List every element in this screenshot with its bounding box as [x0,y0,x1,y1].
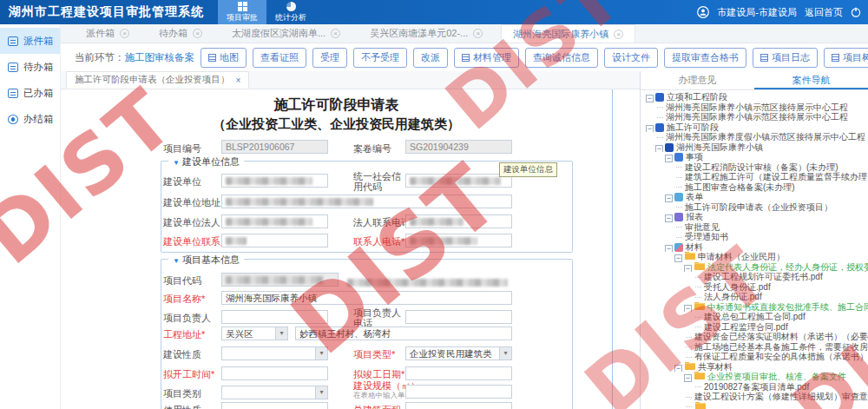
tree-node[interactable]: −申请材料（企业民用） [646,252,868,262]
project-tree-button[interactable]: 项目树 [824,48,868,68]
tab-case-navigation[interactable]: 案件导航 [754,71,868,89]
tree-node[interactable]: 受理通知书 [646,232,868,242]
tree-node[interactable]: −报表 [646,212,868,222]
form-subtab[interactable]: 施工许可阶段申请表（企业投资项目） × [66,71,249,89]
tree-node[interactable]: −法定代表人身份证，经办人身份证，授权委托书 [646,262,868,273]
tree-expander-icon[interactable]: − [665,195,673,202]
unit-input[interactable] [221,174,328,188]
start-date-input[interactable] [221,366,328,380]
legal-person-input[interactable] [221,214,328,228]
use-nature-input[interactable] [221,402,328,409]
tree-expander-icon[interactable]: − [665,155,673,162]
tree-node[interactable]: −表单 [646,192,868,202]
address-detail-input[interactable]: 妙西镇王村村、杨湾村 [295,327,512,340]
nav-project-approval[interactable]: 项目审批 [218,0,266,24]
tree-node[interactable]: 施工场地已经基本具备施工条件，需要征收房屋的，其进度符合 [646,342,868,353]
tree-expander-icon[interactable]: − [684,305,692,313]
tree-node[interactable] [646,402,868,409]
power-icon[interactable] [851,7,861,17]
tree-node[interactable]: 建设工程消防设计审核（备案）(未办理) [646,162,868,173]
extract-certificate-button[interactable]: 提取审查合格书 [664,48,746,68]
tree-expander-icon[interactable]: − [684,374,692,382]
tree-expander-icon[interactable]: − [684,265,692,273]
credit-code-input[interactable] [405,174,512,188]
construct-nature-select[interactable] [221,346,328,360]
tree-node[interactable]: 湖州海亮国际康养度假小镇示范区接待展示中心工程 [646,132,868,142]
accept-button[interactable]: 受理 [312,48,347,68]
tree-node[interactable]: −企业投资项目审批、核准、备案文件 [646,372,868,382]
sidebar-item-closed-box[interactable]: 办结箱 [0,106,60,132]
scale-input[interactable] [405,385,512,399]
tree-expander-icon[interactable]: − [646,95,654,102]
project-type-select[interactable]: 企业投资民用建筑类 [405,346,512,360]
unit-info-legend[interactable]: ▼建设单位信息 [168,155,244,168]
tree-node[interactable]: −材料 [646,242,868,253]
total-area-input[interactable] [405,402,512,409]
project-info-legend[interactable]: ▼项目基本信息 [168,254,244,267]
sidebar-item-done-box[interactable]: 已办箱 [0,80,60,106]
tree-node[interactable]: 法人身份证.pdf [646,292,868,302]
close-icon[interactable]: × [331,29,340,38]
design-file-button[interactable]: 设计文件 [604,48,658,68]
doc-tab[interactable]: 派件箱 × [75,24,141,43]
tree-expander-icon[interactable]: − [665,245,673,253]
tree-expander-icon[interactable]: − [646,125,654,133]
tree-node[interactable]: 建设资金已经落实证明材料（承诺书）（必要）（建筑工程施 [646,332,868,342]
tab-handling-opinion[interactable]: 办理意见 [641,71,754,89]
finish-date-input[interactable] [405,366,512,380]
tree-expander-icon[interactable]: − [674,365,682,373]
sidebar-item-dispatch-box[interactable]: 派件箱 [0,28,60,54]
tree-node[interactable]: 建设工程监理合同.pdf [646,322,868,333]
sidebar-item-todo-box[interactable]: 待办箱 [0,54,60,80]
project-category-select[interactable] [221,386,328,399]
view-license-button[interactable]: 查看证照 [253,48,306,68]
tree-node[interactable]: 湖州海亮国际康养小镇示范区接待展示中心工程 [646,112,868,122]
home-link[interactable]: 返回首页 [805,6,843,19]
reject-button[interactable]: 不予受理 [353,48,407,68]
close-icon[interactable]: × [236,76,241,85]
doc-tab[interactable]: 吴兴区南塘漾单元02-... × [358,24,494,43]
district-select[interactable]: 吴兴区 [221,327,288,340]
tree-node[interactable]: 建筑工程施工许可（建设工程质量监督手续办理）(未办理) [646,172,868,182]
tree-node[interactable]: 受托人身份证.pdf [646,282,868,293]
tree-node[interactable]: 20190827备案项目清单.pdf [646,382,868,393]
tree-expander-icon[interactable]: − [655,145,663,153]
tree-node[interactable]: 建设工程设计方案（修建性详细规划）审查意见书 [646,392,868,402]
tree-expander-icon[interactable]: − [674,254,682,262]
tree-node[interactable]: 施工图审查合格备案(未办理) [646,182,868,193]
contact-input[interactable] [221,234,328,247]
doc-tab-active[interactable]: 湖州海亮国际康养小镇 × [501,24,635,43]
map-button[interactable]: 地图 [201,48,247,68]
project-name-input[interactable]: 湖州海亮国际康养小镇 [221,291,512,305]
tree-node[interactable]: 有保证工程质量和安全的具体措施（承诺书）（必要）（建筑 [646,352,868,362]
tree-node[interactable]: −湖州海亮国际康养小镇 [646,142,868,153]
tree-node[interactable]: 建设总包工程施工合同.pdf [646,312,868,322]
credit-query-button[interactable]: 查询诚信信息 [525,48,598,68]
tree-node[interactable]: 审批意见 [646,222,868,233]
close-icon[interactable]: × [120,29,129,38]
material-manage-button[interactable]: 材料管理 [454,48,519,68]
tree-node[interactable]: 湖州海亮国际康养小镇示范区接待展示中心工程 [646,102,868,113]
tree-node[interactable]: −共享材料 [646,362,868,373]
tree-node[interactable]: −施工许可阶段 [646,122,868,133]
current-step-value[interactable]: 施工图审核备案 [125,51,195,64]
legal-phone-input[interactable] [405,214,512,228]
project-log-button[interactable]: 项目日志 [753,48,818,68]
tree-node[interactable]: 施工许可阶段申请表（企业投资项目） [646,202,868,213]
nav-statistics[interactable]: 统计分析 [266,0,315,24]
tree-node[interactable]: −中标通知书或直接发包批准手续、施工合同（必要）（建筑工 [646,302,868,313]
tree-node[interactable]: 建设工程规划许可证委托书.pdf [646,272,868,282]
close-icon[interactable]: × [473,29,483,38]
unit-address-input[interactable] [221,195,512,208]
contact-phone-input[interactable] [405,234,512,247]
manager-input[interactable] [221,310,328,324]
manager-phone-input[interactable] [405,310,512,324]
tree-node[interactable]: −事项 [646,152,868,162]
tree-expander-icon[interactable]: − [665,214,673,222]
close-icon[interactable]: × [193,29,202,38]
doc-tab[interactable]: 太湖度假区滨湖南单... × [220,24,352,43]
doc-tab[interactable]: 待办箱 × [148,24,214,43]
tree-node[interactable]: −立项和工程阶段 [646,92,868,102]
reassign-button[interactable]: 改派 [413,48,448,68]
close-icon[interactable]: × [614,30,623,39]
